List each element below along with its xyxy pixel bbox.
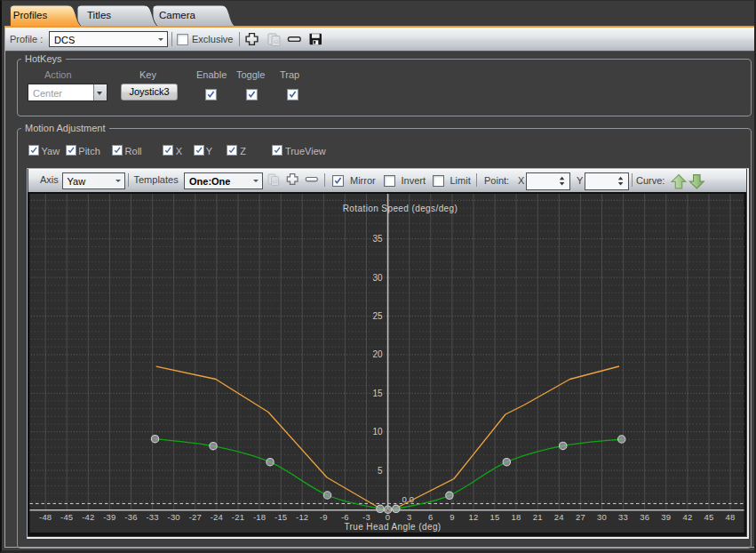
svg-text:39: 39 [661, 511, 671, 521]
svg-text:25: 25 [372, 311, 383, 321]
svg-text:5: 5 [378, 465, 383, 475]
svg-text:-12: -12 [296, 511, 308, 521]
svg-text:45: 45 [704, 511, 714, 521]
svg-text:-3: -3 [362, 511, 370, 521]
svg-text:21: 21 [533, 511, 543, 521]
svg-text:-30: -30 [168, 511, 180, 521]
svg-text:-15: -15 [275, 511, 287, 521]
svg-text:True Head Angle (deg): True Head Angle (deg) [344, 522, 441, 532]
svg-text:x2: x2 [274, 39, 280, 44]
svg-text:-36: -36 [124, 511, 137, 521]
svg-text:42: 42 [682, 511, 692, 521]
svg-text:-39: -39 [103, 511, 115, 521]
svg-text:Camera: Camera [159, 10, 196, 20]
svg-text:Titles: Titles [87, 10, 111, 20]
svg-text:3: 3 [407, 511, 411, 521]
svg-text:-33: -33 [146, 511, 158, 521]
svg-text:27: 27 [576, 511, 585, 521]
svg-text:18: 18 [512, 511, 521, 521]
svg-text:x2: x2 [273, 179, 278, 184]
svg-text:48: 48 [726, 511, 736, 521]
svg-text:15: 15 [490, 511, 500, 521]
svg-text:Profiles: Profiles [13, 10, 48, 20]
svg-text:-45: -45 [60, 511, 73, 521]
svg-text:20: 20 [372, 349, 383, 359]
svg-text:-6: -6 [341, 511, 349, 521]
svg-text:33: 33 [618, 511, 628, 521]
svg-text:-48: -48 [39, 511, 52, 521]
svg-text:-21: -21 [232, 511, 244, 521]
svg-text:-9: -9 [320, 511, 328, 521]
svg-text:30: 30 [372, 272, 383, 282]
svg-text:Rotation Speed (degs/deg): Rotation Speed (degs/deg) [343, 203, 458, 212]
svg-text:6: 6 [428, 511, 433, 521]
svg-text:15: 15 [372, 388, 383, 397]
svg-text:9: 9 [450, 511, 454, 521]
svg-text:24: 24 [554, 511, 564, 521]
svg-text:36: 36 [640, 511, 649, 521]
svg-text:10: 10 [372, 427, 383, 437]
svg-text:35: 35 [372, 234, 383, 244]
svg-text:-18: -18 [253, 511, 266, 521]
svg-text:30: 30 [597, 511, 607, 521]
svg-text:12: 12 [469, 511, 479, 521]
svg-text:-42: -42 [82, 511, 94, 521]
svg-text:-24: -24 [211, 511, 223, 521]
svg-text:-27: -27 [189, 511, 202, 521]
